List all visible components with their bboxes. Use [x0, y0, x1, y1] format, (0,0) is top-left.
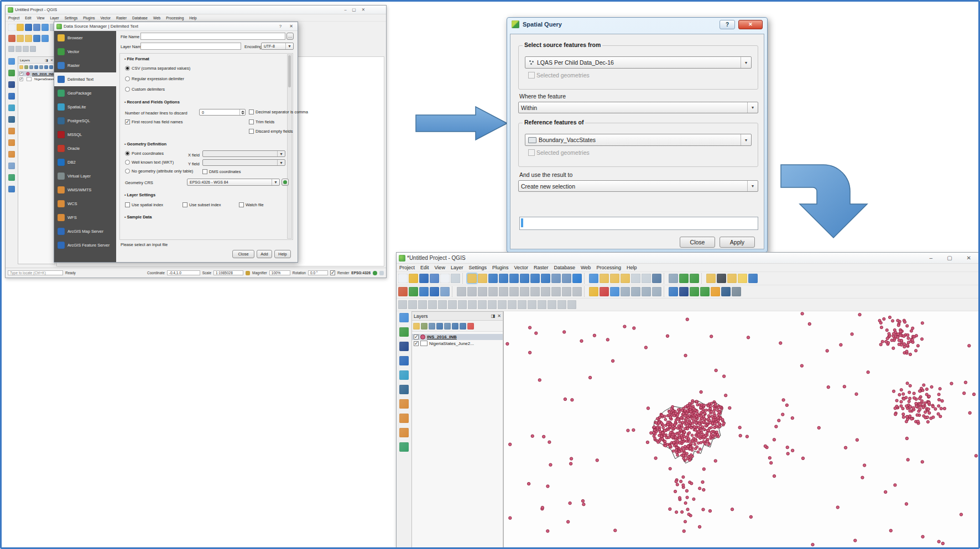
ellipse-icon[interactable]	[448, 300, 457, 309]
pan-map-icon[interactable]	[25, 35, 32, 42]
zoom-full-icon[interactable]	[520, 274, 529, 283]
minimize-icon[interactable]: –	[344, 8, 346, 12]
first-record-checkbox[interactable]	[125, 119, 130, 124]
digitize-point-icon[interactable]	[488, 287, 498, 296]
expand-all-icon[interactable]	[452, 323, 458, 330]
layer-visibility-checkbox[interactable]	[414, 341, 419, 346]
statistical-summary-icon[interactable]	[652, 274, 661, 283]
identify-features-icon[interactable]	[41, 35, 49, 42]
processing-toolbox-icon[interactable]	[642, 287, 651, 296]
add-part-icon[interactable]	[498, 300, 507, 309]
data-source-manager-icon[interactable]	[399, 313, 409, 322]
toggle-editing-icon[interactable]	[467, 287, 477, 296]
menu-plugins[interactable]: Plugins	[489, 265, 512, 270]
source-tab-wfs[interactable]: WFS	[54, 211, 116, 224]
qgis2web-icon[interactable]	[700, 287, 710, 296]
maximize-icon[interactable]: ▢	[352, 8, 356, 12]
show-bookmarks-icon[interactable]	[690, 274, 699, 283]
open-layer-styling-icon[interactable]	[19, 65, 23, 69]
zoom-out-icon[interactable]	[499, 274, 508, 283]
filter-by-expression-icon[interactable]	[444, 323, 451, 330]
dialog-help-icon[interactable]: ?	[720, 20, 735, 29]
close-icon[interactable]: ✕	[967, 255, 971, 261]
zoom-in-icon[interactable]	[488, 274, 498, 283]
python-console-icon[interactable]	[8, 186, 15, 192]
close-button[interactable]: Close	[680, 237, 715, 248]
locator-search-input[interactable]: Type to locate (Ctrl+K)	[8, 270, 63, 275]
select-by-expression-icon[interactable]	[610, 274, 619, 283]
layer-visibility-checkbox[interactable]	[19, 77, 23, 81]
file-format-radio[interactable]	[125, 87, 130, 92]
layer-styling-icon[interactable]	[589, 287, 598, 296]
source-layer-combobox[interactable]: LQAS Per Child Data_Dec-16	[525, 56, 752, 69]
menu-help[interactable]: Help	[186, 16, 199, 20]
reference-layer-combobox[interactable]: Boundary_VaccStates	[525, 134, 752, 146]
collapse-all-icon[interactable]	[49, 65, 53, 69]
watch-file-checkbox[interactable]	[239, 202, 244, 207]
source-tab-wms-wmts[interactable]: WMS/WMTS	[54, 183, 116, 197]
add-spatialite-layer-icon[interactable]	[8, 104, 15, 111]
grass-tools-icon[interactable]	[652, 287, 661, 296]
new-geopackage-layer-icon[interactable]	[8, 174, 15, 181]
remove-layer-icon[interactable]	[467, 323, 474, 330]
regular-polygon-icon[interactable]	[468, 300, 477, 309]
style-dock-icon[interactable]	[398, 287, 408, 296]
database-manager-icon[interactable]	[721, 287, 731, 296]
measure-line-icon[interactable]	[669, 274, 678, 283]
open-project-icon[interactable]	[409, 274, 418, 283]
map-tips-icon[interactable]	[727, 274, 737, 283]
add-delimited-text-layer-icon[interactable]	[8, 93, 15, 100]
new-project-icon[interactable]	[8, 24, 15, 31]
menu-settings[interactable]: Settings	[466, 265, 489, 270]
refresh-map-icon[interactable]	[572, 274, 582, 283]
circular-string-icon[interactable]	[418, 300, 427, 309]
georeferencer-icon[interactable]	[631, 287, 640, 296]
close-icon[interactable]: ✕	[362, 8, 365, 12]
select-features-icon[interactable]	[600, 274, 609, 283]
file-name-input[interactable]	[140, 33, 285, 40]
new-layout-icon[interactable]	[440, 274, 450, 283]
add-button[interactable]: Add	[257, 250, 272, 258]
menu-project[interactable]: Project	[397, 265, 418, 270]
add-group-icon[interactable]	[421, 323, 428, 330]
save-project-icon[interactable]	[419, 274, 429, 283]
layer-visibility-checkbox[interactable]	[19, 72, 23, 75]
delete-part-icon[interactable]	[518, 300, 527, 309]
x-field-combobox[interactable]	[202, 150, 285, 157]
maximize-icon[interactable]: ▢	[947, 255, 952, 261]
source-tab-raster[interactable]: Raster	[54, 59, 116, 72]
style-manager-icon[interactable]	[8, 35, 15, 42]
add-wfs-layer-icon[interactable]	[8, 139, 15, 146]
move-feature-icon[interactable]	[509, 287, 519, 296]
layer-labeling-icon[interactable]	[600, 287, 609, 296]
copy-features-icon[interactable]	[541, 287, 550, 296]
messages-icon[interactable]	[379, 271, 384, 275]
source-tab-oracle[interactable]: Oracle	[54, 142, 116, 155]
browse-file-button[interactable]: …	[286, 33, 294, 40]
no-geometry-radio[interactable]	[125, 169, 130, 174]
add-vector-layer-icon[interactable]	[409, 287, 418, 296]
dsm-scrollbar[interactable]	[287, 54, 292, 239]
y-field-combobox[interactable]	[202, 159, 285, 166]
enable-advanced-digitizing-icon[interactable]	[398, 300, 407, 309]
source-tab-vector[interactable]: Vector	[54, 45, 116, 59]
add-group-icon[interactable]	[24, 65, 28, 69]
metasearch-icon[interactable]	[732, 287, 741, 296]
zoom-to-selection-icon[interactable]	[530, 274, 540, 283]
select-crs-button[interactable]	[282, 179, 289, 186]
zoom-to-layer-icon[interactable]	[541, 274, 550, 283]
dock-close-icon[interactable]: ✕	[50, 58, 53, 62]
source-tab-db2[interactable]: DB2	[54, 155, 116, 169]
menu-help[interactable]: Help	[624, 265, 640, 270]
delete-ring-icon[interactable]	[508, 300, 517, 309]
add-raster-layer-icon[interactable]	[419, 287, 429, 296]
dialog-help-icon[interactable]: ?	[279, 24, 282, 29]
menu-project[interactable]: Project	[6, 16, 22, 20]
spatial-index-checkbox[interactable]	[125, 202, 130, 207]
new-geopackage-layer-icon[interactable]	[399, 442, 409, 452]
layer-item-ins-2016-inb[interactable]: INS_2016_INB	[412, 334, 503, 340]
zoom-in-icon[interactable]	[33, 35, 40, 42]
rotate-feature-icon[interactable]	[567, 300, 576, 309]
cad-construction-icon[interactable]	[408, 300, 417, 309]
labeling-options-icon[interactable]	[706, 274, 716, 283]
